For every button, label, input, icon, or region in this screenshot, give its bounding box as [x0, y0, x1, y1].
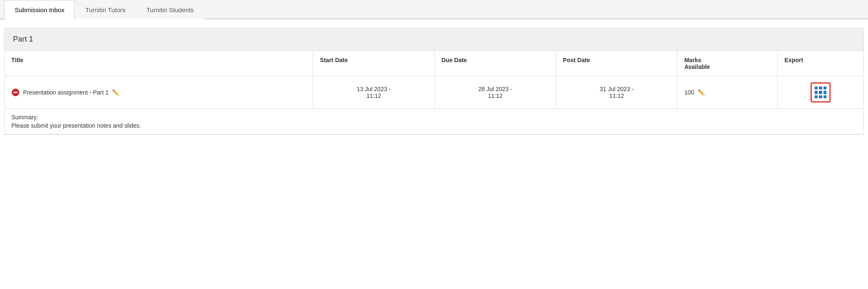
col-header-post-date: Post Date — [556, 51, 677, 76]
grid-cell-2 — [819, 87, 822, 89]
col-header-marks: Marks Available — [677, 51, 778, 76]
col-header-export: Export — [778, 51, 863, 76]
grid-icon — [815, 87, 826, 98]
marks-cell: 100 ✏️ — [677, 76, 778, 109]
start-date-cell: 13 Jul 2023 - 11:12 — [313, 76, 434, 109]
summary-text: Please submit your presentation notes an… — [11, 122, 857, 129]
grid-cell-5 — [819, 91, 822, 94]
grid-cell-8 — [819, 95, 822, 98]
grid-cell-9 — [824, 95, 826, 98]
grid-cell-3 — [824, 87, 826, 89]
stop-icon — [11, 88, 20, 97]
grid-cell-7 — [815, 95, 818, 98]
table-header-row: Title Start Date Due Date Post Date Mark… — [5, 51, 863, 76]
summary-label: Summary: — [11, 114, 857, 121]
post-date-cell: 31 Jul 2023 - 11:12 — [556, 76, 677, 109]
export-button[interactable] — [810, 82, 831, 102]
grid-cell-4 — [815, 91, 818, 94]
col-header-due-date: Due Date — [434, 51, 556, 76]
export-cell — [778, 76, 863, 109]
marks-value: 100 — [684, 89, 694, 96]
table-row: Presentation assignment - Part 1 ✏️ 13 J… — [5, 76, 863, 109]
assignment-title-text: Presentation assignment - Part 1 — [23, 89, 109, 96]
assignment-table: Title Start Date Due Date Post Date Mark… — [5, 51, 863, 134]
edit-marks-icon[interactable]: ✏️ — [698, 89, 705, 96]
title-cell: Presentation assignment - Part 1 ✏️ — [5, 76, 313, 109]
marks-wrapper: 100 ✏️ — [684, 89, 771, 96]
grid-cell-6 — [824, 91, 826, 94]
main-content: Part 1 Title Start Date Due Date Post Da… — [0, 19, 868, 143]
due-date-cell: 28 Jul 2023 - 11:12 — [434, 76, 556, 109]
summary-cell: Summary: Please submit your presentation… — [5, 109, 863, 134]
part-header: Part 1 — [4, 28, 864, 50]
assignment-title-wrapper: Presentation assignment - Part 1 ✏️ — [11, 88, 306, 97]
tabs-bar: Submission Inbox Turnitin Tutors Turniti… — [0, 0, 868, 19]
edit-title-icon[interactable]: ✏️ — [112, 89, 119, 96]
tab-turnitin-students[interactable]: Turnitin Students — [136, 0, 204, 19]
tab-submission-inbox[interactable]: Submission Inbox — [4, 0, 75, 19]
summary-row: Summary: Please submit your presentation… — [5, 109, 863, 134]
col-header-start-date: Start Date — [313, 51, 434, 76]
col-header-title: Title — [5, 51, 313, 76]
part-label: Part 1 — [13, 35, 33, 43]
tab-turnitin-tutors[interactable]: Turnitin Tutors — [75, 0, 136, 19]
svg-rect-1 — [13, 92, 18, 93]
grid-cell-1 — [815, 87, 818, 89]
table-container: Title Start Date Due Date Post Date Mark… — [4, 50, 864, 135]
